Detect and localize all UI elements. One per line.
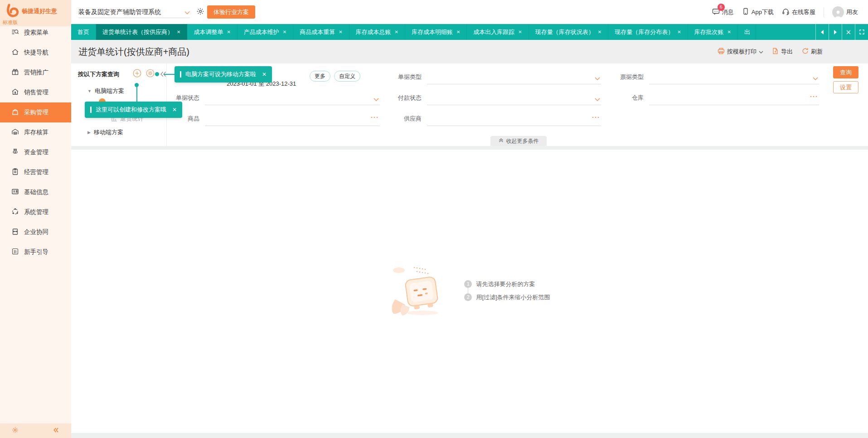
fullscreen-icon[interactable] — [855, 24, 868, 40]
user-name: 用友 — [846, 8, 858, 16]
header-divider — [824, 7, 824, 17]
sidebar-item-label: 库存核算 — [24, 128, 48, 136]
settings-gear-icon[interactable] — [12, 427, 19, 435]
tab-close-icon[interactable]: ✕ — [177, 29, 180, 34]
sidebar-item-collaboration[interactable]: 企业协同 — [0, 222, 71, 242]
collapse-more-conditions[interactable]: 收起更多条件 — [490, 136, 547, 146]
sidebar-item-sales[interactable]: 销售管理 — [0, 83, 71, 102]
chevron-down-icon[interactable] — [595, 95, 600, 103]
supplier-picker[interactable]: ··· — [427, 112, 601, 126]
goods-picker[interactable]: ··· — [205, 112, 380, 126]
ellipsis-picker-icon[interactable]: ··· — [810, 92, 818, 100]
empty-state: 1 请先选择要分析的方案 2 用[过滤]条件来缩小分析范围 — [71, 263, 868, 318]
sidebar-item-inventory[interactable]: 库存核算 — [0, 122, 71, 142]
system-select[interactable]: 装备及固定资产辅助管理系统 — [78, 6, 190, 18]
refresh-button[interactable]: 刷新 — [802, 48, 823, 56]
tab-scroll-left-icon[interactable] — [815, 24, 829, 40]
step-2-badge: 2 — [464, 293, 472, 301]
tab-goods-cost-recalc[interactable]: 商品成本重算✕ — [293, 24, 349, 40]
scheme-panel-title: 按以下方案查询 — [78, 70, 119, 78]
tab-close-icon[interactable]: ✕ — [395, 29, 398, 34]
tab-close-icon[interactable]: ✕ — [598, 29, 601, 34]
settings-button[interactable]: 设置 — [833, 81, 858, 93]
date-custom-pill[interactable]: 自定义 — [334, 71, 360, 82]
collapse-scheme-panel-icon[interactable] — [160, 71, 166, 79]
sidebar-item-label: 快捷导航 — [24, 49, 48, 57]
ellipsis-picker-icon[interactable]: ··· — [371, 113, 379, 121]
sidebar-item-operations[interactable]: 经营管理 — [0, 162, 71, 182]
print-by-template-button[interactable]: 按模板打印 — [718, 48, 763, 56]
tab-close-icon[interactable]: ✕ — [339, 29, 342, 34]
add-scheme-icon[interactable] — [133, 69, 141, 79]
tab-close-icon[interactable]: ✕ — [518, 29, 522, 34]
tab-label: 库存批次账 — [694, 28, 724, 36]
tab-scroll-right-icon[interactable] — [829, 24, 842, 40]
sidebar-item-marketing[interactable]: 营销推广 — [0, 63, 71, 83]
warehouse-icon — [11, 128, 19, 137]
empty-hints: 1 请先选择要分析的方案 2 用[过滤]条件来缩小分析范围 — [464, 280, 550, 301]
tab-stock-distribution-table[interactable]: 现存量（库存分布表）✕ — [608, 24, 688, 40]
sidebar-item-base-info[interactable]: 基础信息 — [0, 182, 71, 202]
sidebar-item-search-menu[interactable]: 搜索菜单 — [0, 23, 71, 43]
chevron-down-icon — [184, 9, 190, 16]
page-toolbar: 按模板打印 导出 刷新 — [718, 48, 823, 56]
tab-close-all-icon[interactable] — [842, 24, 855, 40]
phone-icon — [742, 8, 749, 16]
export-button[interactable]: 导出 — [772, 48, 793, 56]
tab-close-icon[interactable]: ✕ — [727, 29, 731, 34]
tab-inventory-cost-detail[interactable]: 库存成本明细账✕ — [405, 24, 467, 40]
ellipsis-picker-icon[interactable]: ··· — [592, 113, 600, 121]
chevron-down-icon[interactable] — [813, 74, 818, 83]
sidebar-item-purchase[interactable]: 采购管理 — [0, 102, 71, 122]
tab-cost-in-out-tracking[interactable]: 成本出入库跟踪✕ — [467, 24, 529, 40]
ticket-type-select[interactable] — [649, 70, 819, 84]
user-menu[interactable]: 用友 — [832, 6, 858, 18]
tab-stock-status-table[interactable]: 现存量（库存状况表）✕ — [529, 24, 608, 40]
tree-node-pc-schemes[interactable]: ▼ 电脑端方案 — [87, 87, 124, 95]
try-industry-plan-button[interactable]: 体验行业方案 — [207, 5, 255, 19]
tab-purchase-stats-supplier[interactable]: 进货单统计表（按供应商）✕ — [96, 24, 187, 40]
printer-icon — [718, 48, 725, 56]
tree-expand-icon[interactable]: ▼ — [87, 89, 92, 93]
messages-button[interactable]: 消息 6 — [712, 8, 734, 17]
close-icon[interactable]: ✕ — [172, 107, 177, 113]
app-download-button[interactable]: App下载 — [742, 8, 774, 16]
tab-close-icon[interactable]: ✕ — [283, 29, 286, 34]
tab-cost-adjustment[interactable]: 成本调整单✕ — [187, 24, 237, 40]
tab-truncated[interactable]: 出 — [738, 24, 756, 40]
doc-status-select[interactable] — [205, 91, 380, 105]
brand-name: 畅捷通好生意 — [22, 7, 57, 15]
query-button[interactable]: 查询 — [833, 66, 858, 78]
header-right: 消息 6 App下载 在线客服 用友 — [712, 0, 858, 24]
tooltip-accent-bar — [180, 71, 181, 78]
content-area: 1 请先选择要分析的方案 2 用[过滤]条件来缩小分析范围 — [71, 150, 868, 433]
chevron-down-icon — [759, 49, 763, 55]
tab-close-icon[interactable]: ✕ — [677, 29, 681, 34]
tab-close-icon[interactable]: ✕ — [456, 29, 460, 34]
sidebar-item-label: 销售管理 — [24, 88, 48, 97]
close-icon[interactable]: ✕ — [262, 71, 267, 78]
tab-product-cost-maintenance[interactable]: 产品成本维护✕ — [238, 24, 293, 40]
tab-inventory-batch-ledger[interactable]: 库存批次账✕ — [688, 24, 738, 40]
collapse-sidebar-icon[interactable] — [53, 427, 59, 435]
sidebar-item-funds[interactable]: 资金管理 — [0, 142, 71, 162]
online-service-button[interactable]: 在线客服 — [782, 8, 815, 17]
tree-collapse-icon[interactable]: ▶ — [87, 130, 91, 135]
scheme-settings-gear-icon[interactable] — [146, 69, 155, 79]
chevron-down-icon[interactable] — [595, 74, 600, 83]
sidebar-item-system[interactable]: 系统管理 — [0, 202, 71, 222]
chevron-down-icon[interactable] — [373, 95, 379, 103]
pay-status-label: 付款状态 — [385, 91, 422, 105]
date-more-pill[interactable]: 更多 — [310, 71, 330, 82]
tree-node-mobile-schemes[interactable]: ▶ 移动端方案 — [87, 128, 123, 136]
tab-inventory-cost-ledger[interactable]: 库存成本总账✕ — [349, 24, 405, 40]
step-1-badge: 1 — [464, 280, 472, 288]
tab-home[interactable]: 首页 — [71, 24, 96, 40]
sidebar-item-beginner-guide[interactable]: 新 新手引导 — [0, 242, 71, 262]
sidebar-item-quick-nav[interactable]: 快捷导航 — [0, 43, 71, 63]
doc-type-select[interactable] — [427, 70, 601, 84]
pay-status-select[interactable] — [427, 91, 601, 105]
header-gear-icon[interactable] — [196, 7, 204, 17]
tab-close-icon[interactable]: ✕ — [227, 29, 230, 34]
warehouse-picker[interactable]: ··· — [649, 91, 819, 105]
